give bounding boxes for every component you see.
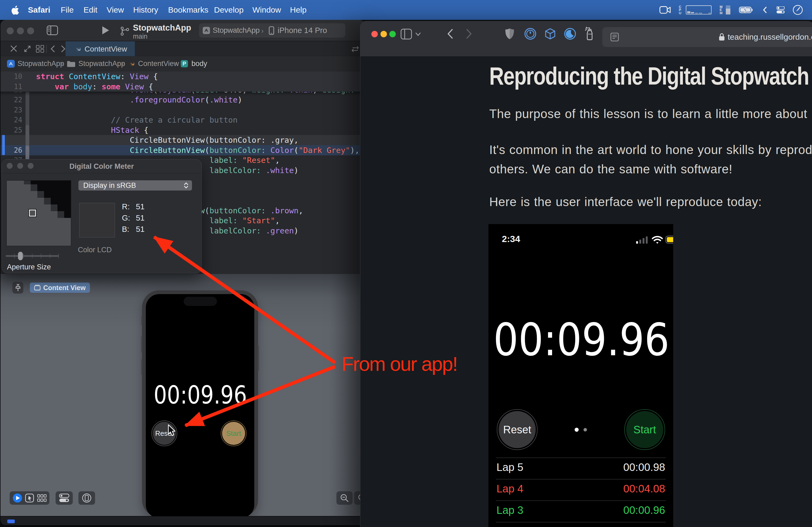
preview-on-device-button[interactable] [82, 494, 91, 502]
preview-canvas: 00:09.96 Reset Start Content View [1, 274, 365, 516]
spray-bottle-extension-icon[interactable] [585, 27, 594, 40]
code-line-wrapped[interactable]: CircleButtonView(buttonColor: .gray, [1, 135, 365, 145]
menu-bookmarks[interactable]: Bookmarks [168, 0, 208, 20]
privacy-shield-icon[interactable] [505, 28, 514, 40]
menu-file[interactable]: File [61, 0, 74, 20]
back-history-icon[interactable] [50, 45, 55, 52]
zoom-out-button[interactable] [340, 494, 349, 502]
close-tab-icon[interactable] [10, 45, 17, 52]
swift-crumb-icon [128, 60, 135, 67]
menu-bar: SafariFileEditViewHistoryBookmarksDevelo… [0, 0, 812, 20]
magnified-pixel [51, 184, 57, 191]
cube-extension-icon[interactable] [544, 28, 556, 40]
breadcrumb-file[interactable]: ContentView [138, 56, 179, 71]
safari-zoom-button[interactable] [389, 31, 396, 37]
pin-preview-button[interactable] [12, 282, 23, 293]
safari-close-button[interactable] [371, 31, 378, 37]
back-button[interactable] [447, 28, 453, 40]
lap-value: 00:00.98 [623, 461, 665, 473]
address-bar[interactable]: teaching.russellgordon.ca [602, 27, 812, 47]
menu-edit[interactable]: Edit [84, 0, 98, 20]
stopwatch-reset-button[interactable]: Reset [497, 409, 538, 450]
clock-app-icon[interactable] [793, 0, 803, 20]
menu-develop[interactable]: Develop [214, 0, 244, 20]
url-text[interactable]: teaching.russellgordon.ca [728, 27, 812, 47]
safari-window: teaching.russellgordon.ca Reproducing th… [360, 21, 812, 527]
apple-menu[interactable] [11, 5, 19, 15]
magnified-pixel [51, 180, 57, 184]
battery-icon[interactable] [739, 0, 753, 20]
forward-history-icon[interactable] [61, 45, 66, 52]
breadcrumb-project[interactable]: StopwatchApp [17, 56, 64, 71]
breadcrumb-group[interactable]: StopwatchApp [78, 56, 125, 71]
selectable-preview-button[interactable] [25, 494, 34, 502]
stopwatch-start-button[interactable]: Start [624, 409, 665, 450]
code-line-22[interactable]: 22 .foregroundColor(.white) [1, 95, 365, 105]
xcode-minimize-button[interactable] [17, 27, 24, 34]
project-name[interactable]: StopwatchApp [133, 23, 191, 33]
page-dot-inactive[interactable] [583, 428, 587, 432]
dcm-aperture-slider[interactable] [6, 255, 59, 257]
variants-grid-button[interactable] [37, 494, 47, 502]
darkmode-extension-icon[interactable] [564, 28, 576, 40]
mem-gauge-icon[interactable] [726, 0, 730, 20]
control-center-icon[interactable] [777, 0, 785, 20]
menu-history[interactable]: History [133, 0, 158, 20]
preview-device-group [78, 491, 95, 505]
wifi-icon [652, 236, 663, 244]
app-scheme-icon [203, 27, 210, 34]
magnified-pixel [37, 180, 44, 184]
onepassword-extension-icon[interactable] [524, 28, 536, 40]
reader-mode-icon[interactable] [610, 33, 619, 41]
safari-minimize-button[interactable] [380, 31, 387, 37]
xcode-close-button[interactable] [7, 27, 14, 34]
editor-layout-icon[interactable] [36, 45, 44, 52]
xcode-zoom-button[interactable] [27, 27, 34, 34]
menu-view[interactable]: View [106, 0, 124, 20]
scheme-name[interactable]: StopwatchApp [213, 26, 260, 35]
branch-icon [120, 26, 129, 36]
cpu-graph-icon[interactable] [686, 0, 712, 20]
dcm-mode-dropdown[interactable]: Display in sRGB [78, 180, 192, 191]
code-line-23[interactable]: 23 [1, 105, 365, 115]
code-line-26[interactable]: 26 CircleButtonView(buttonColor: Color("… [1, 145, 365, 155]
menu-help[interactable]: Help [290, 0, 307, 20]
branch-name[interactable]: main [133, 32, 147, 40]
project-crumb-icon [7, 60, 15, 67]
preview-start-button[interactable]: Start [221, 420, 246, 446]
code-line-25[interactable]: 25 HStack { [1, 125, 365, 135]
sidebar-chevron-icon[interactable] [415, 32, 421, 36]
preview-target-pill[interactable]: Content View [30, 283, 90, 293]
screen-recording-icon[interactable] [659, 0, 671, 20]
paragraph-2: It's common in the art world to hone you… [489, 140, 812, 179]
menu-safari[interactable]: Safari [28, 0, 50, 20]
safari-sidebar-button[interactable] [401, 29, 412, 40]
expand-editor-icon[interactable] [24, 45, 31, 52]
code-line-11[interactable]: 11 var body: some View { [1, 81, 365, 92]
menu-window[interactable]: Window [252, 0, 281, 20]
run-destination[interactable]: iPhone 14 Pro [278, 26, 327, 35]
code-line-10[interactable]: 10struct ContentView: View { [1, 71, 365, 81]
xcode-sidebar-toggle[interactable] [47, 26, 58, 35]
lock-icon [719, 33, 725, 41]
breadcrumb-symbol[interactable]: body [191, 56, 207, 71]
xcode-run-button[interactable] [102, 26, 110, 35]
pin-icon [14, 284, 21, 292]
preview-screen[interactable]: 00:09.96 Reset Start [146, 294, 254, 518]
device-settings-button[interactable] [59, 494, 70, 502]
magnified-pixel [64, 184, 71, 191]
forward-button[interactable] [466, 28, 473, 40]
power-button [258, 346, 259, 371]
magnified-pixel [37, 184, 44, 191]
chevron-left-icon[interactable] [763, 0, 767, 20]
dcm-display-name: Color LCD [78, 246, 112, 254]
scheme-selector[interactable]: StopwatchApp › iPhone 14 Pro [199, 23, 345, 37]
dcm-slider-knob[interactable] [18, 252, 23, 260]
swap-editor-icon[interactable] [351, 46, 359, 52]
battery-status-icon [665, 236, 673, 244]
tab-contentview[interactable]: ContentView [66, 41, 135, 57]
code-line-24[interactable]: 24 // Create a circular button [1, 115, 365, 125]
tabbar-divider [46, 45, 47, 53]
safari-toolbar: teaching.russellgordon.ca [360, 21, 812, 57]
live-preview-button[interactable] [13, 493, 22, 503]
